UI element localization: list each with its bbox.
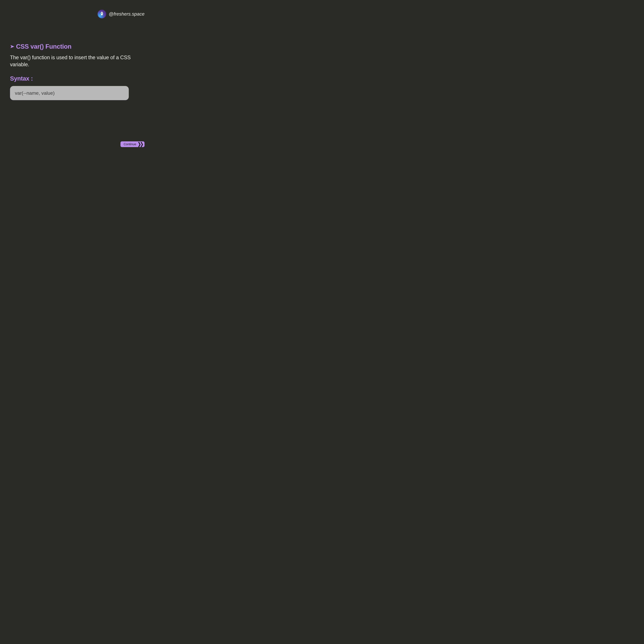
syntax-code-box: var(--name, value): [10, 86, 129, 100]
account-handle: @freshers.space: [109, 11, 145, 17]
continue-label: Continue: [124, 142, 136, 146]
rocket-icon: [99, 11, 104, 16]
avatar: [98, 10, 106, 18]
svg-point-0: [101, 13, 102, 14]
header: @freshers.space: [98, 10, 145, 18]
arrow-right-icon: ➤: [10, 44, 14, 49]
syntax-heading: Syntax :: [10, 75, 145, 82]
syntax-code-text: var(--name, value): [15, 90, 55, 96]
description-text: The var() function is used to insert the…: [10, 54, 145, 68]
title-row: ➤ CSS var() Function: [10, 43, 145, 50]
main-content: ➤ CSS var() Function The var() function …: [10, 43, 145, 100]
continue-button[interactable]: Continue ❯❯: [120, 141, 145, 147]
chevron-right-icon: ❯❯: [138, 142, 143, 147]
page-title: CSS var() Function: [16, 43, 71, 50]
